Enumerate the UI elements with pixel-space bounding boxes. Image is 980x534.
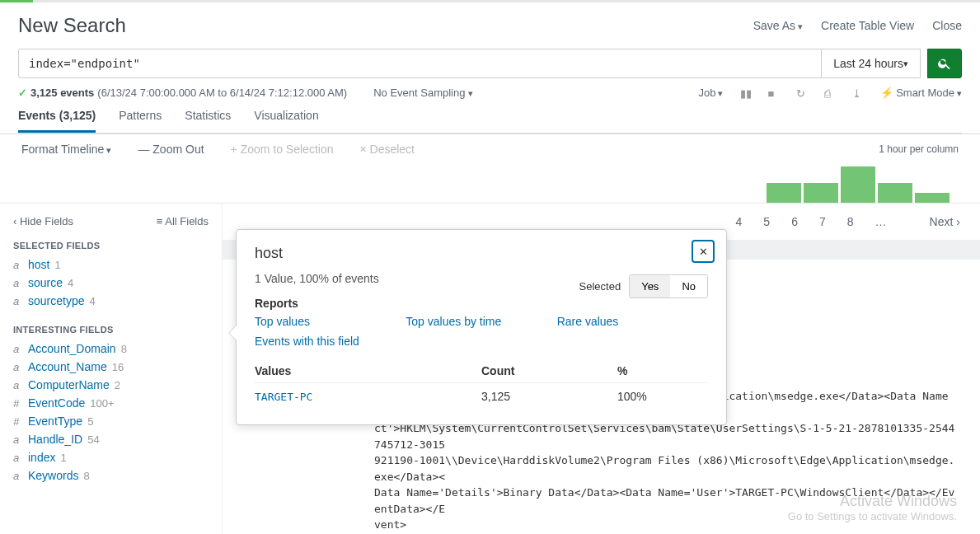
tab-visualization[interactable]: Visualization <box>254 109 318 133</box>
report-events-with-field[interactable]: Events with this field <box>255 335 406 348</box>
popover-close-button[interactable]: ✕ <box>692 240 715 263</box>
events-count: 3,125 events <box>30 87 94 99</box>
search-input[interactable]: index="endpoint" <box>18 49 822 78</box>
close-icon: ✕ <box>699 246 708 258</box>
export-icon[interactable]: ⤓ <box>852 87 864 99</box>
reload-icon[interactable]: ↻ <box>796 87 808 99</box>
field-item-Account_Name[interactable]: aAccount_Name16 <box>13 358 209 376</box>
field-item-sourcetype[interactable]: asourcetype4 <box>13 292 209 310</box>
format-timeline-dropdown[interactable]: Format Timeline <box>21 143 111 156</box>
pct-col-header: % <box>617 359 708 383</box>
print-icon[interactable]: ⎙ <box>824 87 836 99</box>
value-row[interactable]: TARGET-PC3,125100% <box>255 383 708 410</box>
timeline-scale-label: 1 hour per column <box>879 143 959 155</box>
time-range-picker[interactable]: Last 24 hours <box>822 49 921 78</box>
pause-icon[interactable]: ▮▮ <box>740 87 752 99</box>
selected-yes-button[interactable]: Yes <box>630 275 670 297</box>
timeline-bar[interactable] <box>915 193 950 203</box>
time-range-text: (6/13/24 7:00:00.000 AM to 6/14/24 7:12:… <box>97 87 347 99</box>
page-6[interactable]: 6 <box>791 215 798 228</box>
selected-no-button[interactable]: No <box>670 275 707 297</box>
report-top-values[interactable]: Top values <box>255 315 406 328</box>
timeline-bar[interactable] <box>841 166 875 203</box>
pagination-next[interactable]: Next › <box>930 215 960 228</box>
page-4[interactable]: 4 <box>736 215 743 228</box>
field-item-EventType[interactable]: #EventType5 <box>13 412 209 430</box>
search-mode-dropdown[interactable]: Smart Mode <box>880 87 963 99</box>
job-dropdown[interactable]: Job <box>698 87 723 99</box>
timeline-chart[interactable] <box>0 164 980 204</box>
timeline-bar[interactable] <box>767 183 801 203</box>
selected-fields-heading: SELECTED FIELDS <box>13 241 209 251</box>
hide-fields-button[interactable]: ‹ Hide Fields <box>13 215 73 227</box>
field-item-host[interactable]: ahost1 <box>13 255 209 274</box>
zoom-out-button[interactable]: — Zoom Out <box>138 143 204 156</box>
field-item-EventCode[interactable]: #EventCode100+ <box>13 394 209 412</box>
tab-statistics[interactable]: Statistics <box>185 109 231 133</box>
report-top-values-by-time[interactable]: Top values by time <box>406 315 556 328</box>
reports-heading: Reports <box>255 297 708 310</box>
search-icon <box>937 56 952 71</box>
timeline-bar[interactable] <box>878 183 912 203</box>
all-fields-button[interactable]: ≡ All Fields <box>157 215 209 227</box>
field-item-Handle_ID[interactable]: aHandle_ID54 <box>13 430 209 448</box>
field-item-source[interactable]: asource4 <box>13 274 209 292</box>
deselect-button: × Deselect <box>359 143 415 156</box>
page-8[interactable]: 8 <box>847 215 854 228</box>
check-icon: ✓ <box>18 87 27 99</box>
close-button[interactable]: Close <box>932 19 962 32</box>
page-title: New Search <box>18 14 126 37</box>
page-…: … <box>875 215 887 228</box>
zoom-to-selection-button: + Zoom to Selection <box>231 143 334 156</box>
tab-patterns[interactable]: Patterns <box>119 109 162 133</box>
field-item-ComputerName[interactable]: aComputerName2 <box>13 376 209 394</box>
count-col-header: Count <box>481 359 617 383</box>
selected-label: Selected <box>579 280 621 293</box>
field-item-Keywords[interactable]: aKeywords8 <box>13 466 209 485</box>
search-button[interactable] <box>927 49 962 78</box>
save-as-button[interactable]: Save As <box>753 19 803 32</box>
timeline-bar[interactable] <box>804 183 838 203</box>
chevron-right-icon: › <box>956 215 960 228</box>
field-item-Account_Domain[interactable]: aAccount_Domain8 <box>13 340 209 358</box>
page-5[interactable]: 5 <box>763 215 770 228</box>
event-sampling-dropdown[interactable]: No Event Sampling <box>373 87 472 99</box>
interesting-fields-heading: INTERESTING FIELDS <box>13 325 209 335</box>
report-rare-values[interactable]: Rare values <box>557 315 708 328</box>
values-col-header: Values <box>255 359 481 383</box>
popover-title: host <box>255 245 283 262</box>
field-popover: host ✕ Selected Yes No 1 Value, 100% of … <box>236 229 727 425</box>
create-table-view-button[interactable]: Create Table View <box>821 19 914 32</box>
stop-icon[interactable]: ■ <box>768 87 780 99</box>
field-item-index[interactable]: aindex1 <box>13 448 209 466</box>
tab-events[interactable]: Events (3,125) <box>18 109 96 133</box>
page-7[interactable]: 7 <box>819 215 826 228</box>
